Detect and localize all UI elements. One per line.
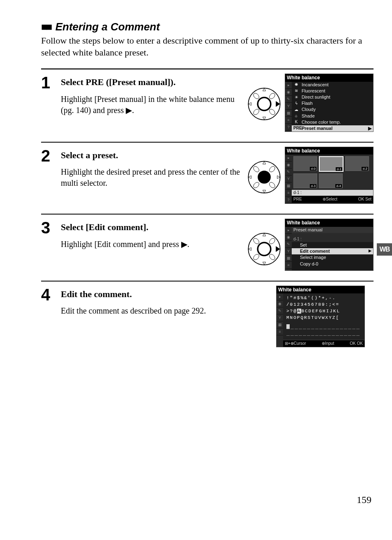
lcd-screenshot-preset-grid: White balance ▸ ◉ ✎ Y ▦ ≡ ? d-0d-1d-2d — [285, 147, 374, 204]
step-number: 1 — [41, 74, 61, 132]
lcd-tab-icon: ✎ — [277, 307, 283, 314]
step-list: 1 Select PRE ([Preset manual]). Highligh… — [41, 68, 374, 357]
step-title: Select a preset. — [61, 150, 242, 161]
multi-selector-right-icon — [246, 86, 282, 122]
step-title: Select PRE ([Preset manual]). — [61, 77, 242, 88]
lcd-menu-item: Set — [292, 242, 373, 248]
preset-thumbnail-label: d-3 — [310, 184, 316, 188]
wb-mode-icon: ☀ — [293, 95, 299, 100]
lcd-menu-row: ≋Fluorescent — [292, 88, 373, 94]
lcd-tab-icon: ▸ — [285, 82, 292, 89]
chevron-right-icon: ▶ — [368, 126, 371, 131]
lcd-tab-icon: ◉ — [285, 162, 292, 168]
lcd-tab-icon: ? — [285, 196, 292, 203]
lcd-menu-row: ⌂Shade — [292, 113, 373, 119]
lcd-menu-row: ✺Incandescent — [292, 82, 373, 88]
heading-squares-icon: ■■ — [41, 21, 51, 33]
step-number: 4 — [41, 286, 61, 347]
preset-thumbnail-label: d-2 — [362, 167, 368, 171]
lcd-footer-item: ⊕Select — [323, 197, 337, 202]
multi-selector-right-icon — [246, 231, 282, 267]
lcd-menu-row: ☀Direct sunlight — [292, 94, 373, 100]
lcd-tab-icon: Y — [277, 314, 283, 321]
preset-thumbnail-label: d-1 — [336, 167, 342, 171]
wb-mode-icon: PRE — [293, 126, 299, 131]
lcd-tab-icon: ▦ — [277, 321, 283, 328]
wb-mode-label: Shade — [302, 113, 315, 119]
wb-mode-icon: ϟ — [293, 101, 299, 106]
step-1: 1 Select PRE ([Preset manual]). Highligh… — [41, 69, 374, 142]
wb-mode-label: Fluorescent — [302, 88, 325, 94]
lcd-tab-icon: ≡ — [285, 189, 292, 196]
heading-text: Entering a Comment — [55, 21, 160, 33]
lcd-tab-icon: ≡ — [285, 262, 292, 269]
lcd-tab-icon: ◉ — [277, 300, 283, 307]
comment-input-area — [283, 323, 364, 340]
wb-mode-label: Direct sunlight — [302, 95, 330, 100]
lcd-menu-item: Edit comment — [292, 248, 373, 254]
lcd-tab-icon: ▸ — [277, 293, 283, 300]
lcd-screenshot-wb-menu: White balance ▸ ◉ ✎ Y ▦ ≡ ? ✺Incandescen… — [285, 74, 374, 132]
lcd-footer-item: OK Set — [358, 197, 371, 202]
lcd-tab-icon: ≡ — [277, 328, 283, 335]
multi-selector-center-icon — [246, 159, 282, 195]
lcd-tab-icon: ▦ — [285, 110, 292, 117]
lcd-tab-icon: ◉ — [285, 89, 292, 96]
wb-mode-label: Preset manual — [302, 126, 332, 131]
wb-tab-badge: WB — [377, 243, 392, 256]
lcd-tab-icon: ▦ — [285, 182, 292, 189]
lcd-menu-item: Select image — [292, 254, 373, 261]
lcd-footer-item: ⊞+⊗Cursor — [285, 341, 306, 346]
step-title: Edit the comment. — [61, 289, 233, 300]
lcd-menu-item: Copy d-0 — [292, 261, 373, 267]
step-number: 3 — [41, 219, 61, 270]
lcd-menu-row: ϟFlash — [292, 100, 373, 106]
wb-mode-icon: ✺ — [293, 82, 299, 87]
lcd-tab-icon: Y — [285, 248, 292, 255]
wb-mode-label: Cloudy — [302, 107, 316, 112]
lcd-footer-item: PRE — [293, 197, 302, 202]
lcd-title: White balance — [285, 74, 373, 81]
preset-thumbnail-label: d-0 — [310, 167, 316, 171]
intro-paragraph: Follow the steps below to enter a descri… — [41, 35, 374, 58]
lcd-tab-icon: Y — [285, 103, 292, 110]
lcd-caption: d-1 : — [292, 190, 373, 196]
step-text: Highlight the desired preset and press t… — [61, 166, 242, 189]
section-heading: ■■ Entering a Comment — [41, 21, 374, 33]
lcd-tab-icon: ▸ — [285, 227, 292, 234]
lcd-tab-icon: ✎ — [285, 96, 292, 103]
lcd-menu-row: KChoose color temp. — [292, 119, 373, 125]
step-text: Edit the comment as described on page 29… — [61, 305, 233, 316]
lcd-tab-icon: ◉ — [285, 234, 292, 241]
preset-thumbnail-label: d-4 — [335, 184, 342, 188]
svg-point-21 — [258, 243, 271, 256]
lcd-footer-item: OK OK — [350, 341, 363, 346]
wb-mode-icon: ⌂ — [293, 113, 299, 118]
wb-mode-label: Incandescent — [302, 82, 328, 88]
step-number: 2 — [41, 147, 61, 204]
lcd-menu-row: PREPreset manual▶ — [292, 125, 373, 132]
lcd-title: White balance — [285, 147, 373, 155]
lcd-screenshot-preset-menu: White balance ▸ ◉ ✎ Y ▦ ≡ Preset manual — [285, 219, 374, 270]
wb-mode-icon: ≋ — [293, 88, 299, 93]
lcd-preset-label: d-1 : — [292, 236, 373, 242]
lcd-screenshot-text-entry: White balance ▸ ◉ ✎ Y ▦ ≡ !"#$%&'()*+,-.… — [276, 286, 365, 347]
lcd-footer-item: ⊕Input — [322, 341, 334, 346]
preset-thumbnail: d-1 — [319, 156, 344, 172]
lcd-tab-icon: ≡ — [285, 117, 292, 124]
svg-point-1 — [258, 97, 271, 111]
wb-mode-icon: K — [293, 120, 299, 125]
preset-thumbnail: d-4 — [319, 173, 343, 188]
step-4: 4 Edit the comment. Edit the comment as … — [41, 281, 374, 357]
char-grid: !"#$%&'()*+,-. /0123456789:;<= >?@ABCDEF… — [283, 293, 364, 323]
wb-mode-icon: ☁ — [293, 107, 299, 112]
lcd-tab-icon: ✎ — [285, 241, 292, 248]
preset-thumbnail: d-2 — [345, 156, 369, 171]
lcd-tab-icon: Y — [285, 175, 292, 182]
lcd-subtitle: Preset manual — [292, 227, 373, 233]
lcd-tab-icon: ▸ — [285, 155, 292, 162]
step-text: Highlight [Preset manual] in the white b… — [61, 94, 242, 116]
preset-thumbnail: d-0 — [293, 156, 317, 171]
lcd-menu-row: ☁Cloudy — [292, 106, 373, 113]
step-title: Select [Edit comment]. — [61, 222, 242, 233]
